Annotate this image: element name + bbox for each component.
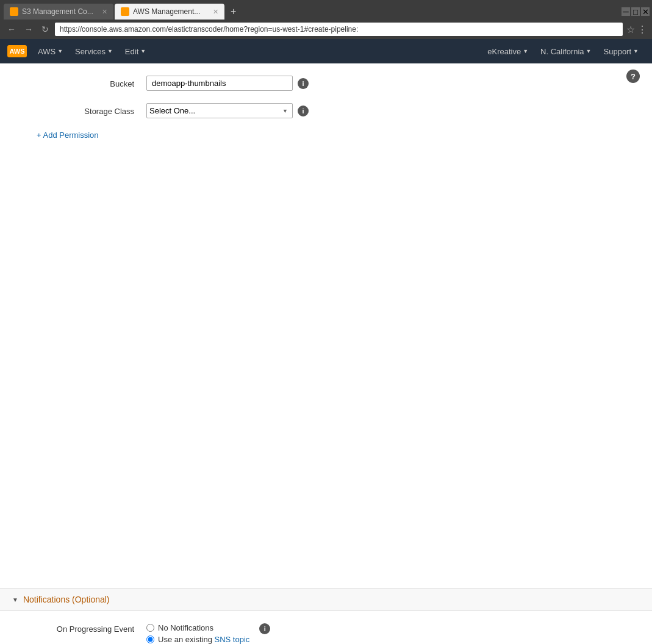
aws-nav-right: eKreative ▼ N. California ▼ Support ▼ <box>481 47 645 56</box>
tab-aws-close[interactable]: ✕ <box>213 8 218 16</box>
notifications-section-title: Notifications (Optional) <box>23 595 110 604</box>
url-input[interactable] <box>55 23 623 36</box>
storage-class-label: Storage Class <box>24 103 146 116</box>
address-bar: ← → ↻ ☆ ⋮ <box>0 20 652 39</box>
main-form: ? Bucket i Storage Class Select One... S… <box>0 63 652 588</box>
bucket-control: i <box>146 76 309 91</box>
browser-chrome: S3 Management Co... ✕ AWS Management... … <box>0 0 652 39</box>
back-button[interactable]: ← <box>5 23 18 35</box>
menu-icon[interactable]: ⋮ <box>637 24 647 35</box>
nav-region[interactable]: N. California ▼ <box>534 47 597 56</box>
nav-account[interactable]: eKreative ▼ <box>481 47 534 56</box>
tab-s3[interactable]: S3 Management Co... ✕ <box>4 4 113 20</box>
tab-aws[interactable]: AWS Management... ✕ <box>115 4 224 20</box>
progressing-no-notif-radio[interactable] <box>146 624 154 632</box>
nav-edit-label: Edit <box>125 47 138 56</box>
notifications-toggle-icon: ▼ <box>12 596 18 603</box>
progressing-event-label: On Progressing Event <box>12 623 146 634</box>
storage-class-info-icon[interactable]: i <box>298 106 309 116</box>
progressing-radio-group: No Notifications Use an existing SNS top… <box>146 623 249 644</box>
progressing-event-row: On Progressing Event No Notifications Us… <box>12 623 640 644</box>
minimize-button[interactable]: ─ <box>622 7 630 16</box>
bucket-row: Bucket i <box>24 76 628 91</box>
nav-account-label: eKreative <box>487 47 521 56</box>
nav-aws-label: AWS <box>38 47 56 56</box>
storage-class-control: Select One... Standard Reduced Redundanc… <box>146 103 309 118</box>
progressing-control: No Notifications Use an existing SNS top… <box>146 623 270 644</box>
reload-button[interactable]: ↻ <box>39 23 51 35</box>
nav-services-label: Services <box>75 47 106 56</box>
help-icon[interactable]: ? <box>626 70 640 83</box>
progressing-existing-radio[interactable] <box>146 635 154 643</box>
nav-region-label: N. California <box>540 47 584 56</box>
close-button[interactable]: ✕ <box>641 7 650 16</box>
nav-support[interactable]: Support ▼ <box>598 47 645 56</box>
storage-class-select-wrapper: Select One... Standard Reduced Redundanc… <box>146 103 293 118</box>
add-permission-link[interactable]: + Add Permission <box>37 131 99 140</box>
notifications-section-header[interactable]: ▼ Notifications (Optional) <box>0 588 652 611</box>
storage-class-select[interactable]: Select One... Standard Reduced Redundanc… <box>146 103 293 118</box>
nav-edit[interactable]: Edit ▼ <box>119 47 152 56</box>
nav-aws[interactable]: AWS ▼ <box>32 47 69 56</box>
nav-account-arrow: ▼ <box>523 48 528 54</box>
progressing-info-icon[interactable]: i <box>259 623 270 634</box>
bucket-info-icon[interactable]: i <box>298 78 309 89</box>
forward-button[interactable]: → <box>22 23 35 35</box>
aws-logo-text: AWS <box>9 48 24 55</box>
tab-s3-close[interactable]: ✕ <box>102 8 107 16</box>
bucket-label: Bucket <box>24 76 146 88</box>
maximize-button[interactable]: □ <box>631 7 640 16</box>
bucket-input[interactable] <box>146 76 293 91</box>
progressing-existing-sns: Use an existing SNS topic <box>146 635 249 644</box>
tab-s3-title: S3 Management Co... <box>22 7 98 16</box>
window-controls: ─ □ ✕ <box>622 7 652 16</box>
aws-logo[interactable]: AWS <box>7 45 27 57</box>
nav-edit-arrow: ▼ <box>140 48 146 54</box>
nav-aws-arrow: ▼ <box>57 48 63 54</box>
storage-class-row: Storage Class Select One... Standard Red… <box>24 103 628 118</box>
progressing-no-notif-label: No Notifications <box>158 623 213 632</box>
aws-nav: AWS AWS ▼ Services ▼ Edit ▼ eKreative ▼ … <box>0 39 652 63</box>
progressing-no-notif: No Notifications <box>146 623 249 632</box>
progressing-sns-link[interactable]: SNS topic <box>215 635 250 644</box>
notifications-body: On Progressing Event No Notifications Us… <box>0 611 652 644</box>
nav-region-arrow: ▼ <box>586 48 592 54</box>
bookmark-icon[interactable]: ☆ <box>626 24 635 35</box>
add-permission-row: + Add Permission <box>24 131 628 140</box>
s3-tab-icon <box>10 7 18 16</box>
aws-tab-icon <box>121 7 129 16</box>
new-tab-button[interactable]: + <box>226 6 241 17</box>
tab-aws-title: AWS Management... <box>133 7 209 16</box>
nav-services-arrow: ▼ <box>107 48 113 54</box>
progressing-existing-label: Use an existing SNS topic <box>158 635 249 644</box>
tab-bar: S3 Management Co... ✕ AWS Management... … <box>0 0 652 20</box>
nav-support-label: Support <box>604 47 632 56</box>
nav-services[interactable]: Services ▼ <box>69 47 119 56</box>
content-area: ? Bucket i Storage Class Select One... S… <box>0 63 652 644</box>
aws-logo-box: AWS <box>7 45 27 57</box>
address-actions: ☆ ⋮ <box>626 24 647 35</box>
nav-support-arrow: ▼ <box>633 48 639 54</box>
